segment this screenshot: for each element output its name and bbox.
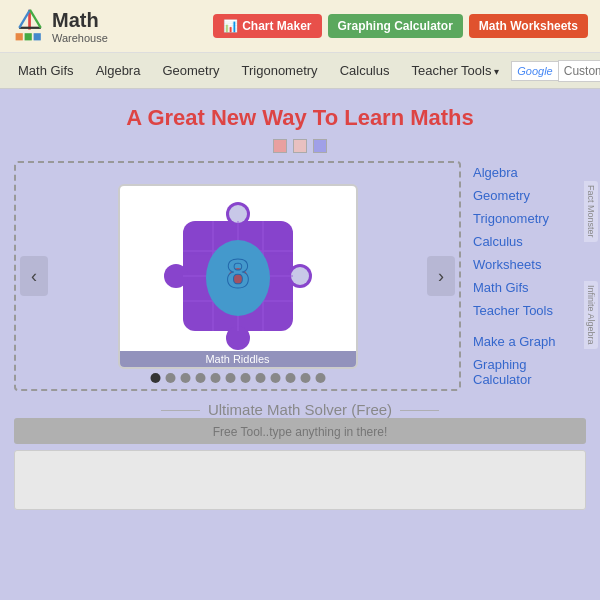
worksheets-label: Math Worksheets <box>479 19 578 33</box>
dot-2[interactable] <box>293 139 307 153</box>
nav-item-mathgifs[interactable]: Math Gifs <box>8 57 84 84</box>
sidebar-infinite-algebra-tab: Infinite Algebra <box>584 281 598 349</box>
header: Math Warehouse 📊 Chart Maker Graphing Ca… <box>0 0 600 53</box>
sidebar-link-graphingcalc[interactable]: Graphing Calculator <box>471 353 586 391</box>
indicator-1[interactable] <box>165 373 175 383</box>
sidebar-link-teachertools[interactable]: Teacher Tools <box>471 299 586 322</box>
solver-title-row: ——— Ultimate Math Solver (Free) ——— <box>14 401 586 418</box>
main-content: A Great New Way To Learn Maths ‹ <box>0 89 600 520</box>
dot-3[interactable] <box>313 139 327 153</box>
dots-row <box>14 139 586 153</box>
indicator-8[interactable] <box>270 373 280 383</box>
indicator-10[interactable] <box>300 373 310 383</box>
nav-item-trigonometry[interactable]: Trigonometry <box>232 57 328 84</box>
solver-result-box <box>14 450 586 510</box>
puzzle-image: 8 <box>158 196 318 356</box>
carousel-caption: Math Riddles <box>120 351 356 367</box>
nav-item-algebra[interactable]: Algebra <box>86 57 151 84</box>
svg-text:8: 8 <box>226 250 249 297</box>
sidebar-link-calculus[interactable]: Calculus <box>471 230 586 253</box>
nav-item-geometry[interactable]: Geometry <box>152 57 229 84</box>
solver-dashes-left: ——— <box>161 402 200 417</box>
chart-icon: 📊 <box>223 19 238 33</box>
nav-item-calculus[interactable]: Calculus <box>330 57 400 84</box>
logo-subtext: Warehouse <box>52 32 108 44</box>
search-area: Google 🔍 <box>511 59 600 82</box>
indicator-3[interactable] <box>195 373 205 383</box>
indicator-11[interactable] <box>315 373 325 383</box>
svg-rect-6 <box>34 33 41 40</box>
search-input[interactable] <box>558 60 600 82</box>
svg-rect-4 <box>16 33 23 40</box>
chart-maker-button[interactable]: 📊 Chart Maker <box>213 14 321 38</box>
svg-point-13 <box>291 267 309 285</box>
indicator-6[interactable] <box>240 373 250 383</box>
indicator-0[interactable] <box>150 373 160 383</box>
search-google-label: Google <box>511 61 557 81</box>
solver-input[interactable] <box>22 425 578 439</box>
svg-point-12 <box>229 205 247 223</box>
indicator-9[interactable] <box>285 373 295 383</box>
sidebar-link-worksheets[interactable]: Worksheets <box>471 253 586 276</box>
carousel-wrapper: ‹ <box>14 161 586 391</box>
dot-1[interactable] <box>273 139 287 153</box>
indicator-4[interactable] <box>210 373 220 383</box>
sidebar-link-algebra[interactable]: Algebra <box>471 161 586 184</box>
indicator-2[interactable] <box>180 373 190 383</box>
page-title: A Great New Way To Learn Maths <box>14 105 586 131</box>
sidebar-link-trigonometry[interactable]: Trigonometry <box>471 207 586 230</box>
logo-icon <box>12 8 48 44</box>
header-buttons: 📊 Chart Maker Graphing Calculator Math W… <box>213 14 588 38</box>
solver-dashes-right: ——— <box>400 402 439 417</box>
carousel-indicators <box>150 373 325 383</box>
indicator-5[interactable] <box>225 373 235 383</box>
sidebar-fact-monster-tab: Fact Monster <box>584 181 598 242</box>
math-worksheets-button[interactable]: Math Worksheets <box>469 14 588 38</box>
sidebar-link-makeagraph[interactable]: Make a Graph <box>471 330 586 353</box>
logo-text: Math <box>52 9 108 32</box>
graphing-calculator-button[interactable]: Graphing Calculator <box>328 14 463 38</box>
svg-line-3 <box>30 10 41 28</box>
carousel-prev-button[interactable]: ‹ <box>20 256 48 296</box>
chart-maker-label: Chart Maker <box>242 19 311 33</box>
navigation: Math Gifs Algebra Geometry Trigonometry … <box>0 53 600 89</box>
sidebar: Algebra Geometry Trigonometry Calculus W… <box>471 161 586 391</box>
solver-title: Ultimate Math Solver (Free) <box>208 401 392 418</box>
solver-input-area <box>14 418 586 444</box>
logo-area: Math Warehouse <box>12 8 108 44</box>
carousel-next-button[interactable]: › <box>427 256 455 296</box>
indicator-7[interactable] <box>255 373 265 383</box>
nav-item-teachertools[interactable]: Teacher Tools <box>401 57 509 84</box>
sidebar-link-geometry[interactable]: Geometry <box>471 184 586 207</box>
carousel-image-area: 8 Math Riddles <box>118 184 358 369</box>
carousel: ‹ <box>14 161 461 391</box>
graphing-calc-label: Graphing Calculator <box>338 19 453 33</box>
sidebar-link-mathgifs[interactable]: Math Gifs <box>471 276 586 299</box>
svg-rect-5 <box>25 33 32 40</box>
solver-section: ——— Ultimate Math Solver (Free) ——— <box>14 401 586 510</box>
